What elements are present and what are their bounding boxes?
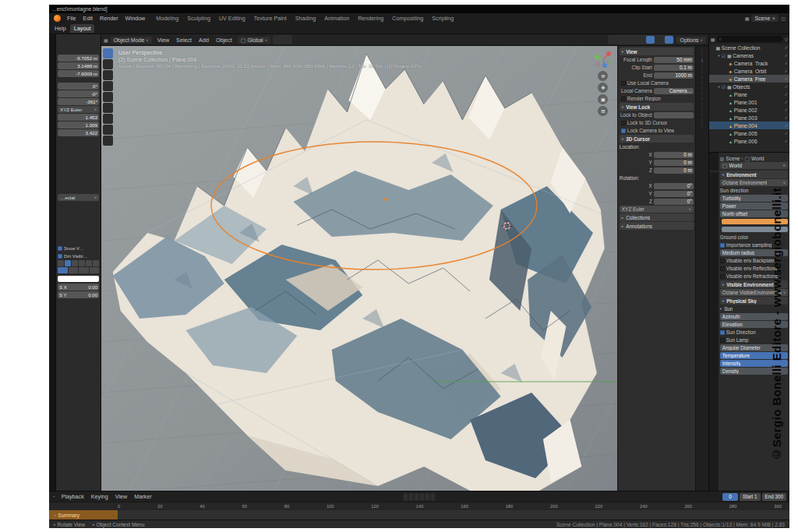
rotate-tool[interactable] [103,81,113,91]
property-row[interactable]: Medium radius ∨ [720,249,788,256]
transform-field[interactable]: 3.1488 m ∨ [58,62,99,69]
outliner-row[interactable]: ☑ Plane.006 ✓ [709,137,789,145]
sidebar-row[interactable]: Clip Start 0.1 m ∨ [620,64,694,71]
gizmo-toggle-icon[interactable] [609,36,617,44]
snap-magnet-icon[interactable] [274,36,282,44]
property-row[interactable]: Sun Direction ∨ [720,329,788,336]
unlink-icon[interactable]: ✕ [772,16,775,21]
tab-view-layer-icon[interactable] [709,164,719,166]
sidebar-tab[interactable] [701,53,703,58]
sidebar-row[interactable]: Rotation: ∨ [620,174,694,181]
property-row[interactable]: Visible Environment ∨ [720,280,788,288]
sidebar-row[interactable]: X 0° ∨ [620,182,694,189]
workspace-tab[interactable]: Modeling [152,14,182,23]
app-menu-item[interactable]: Window [122,15,149,22]
selectability-icon[interactable]: ✓ [784,92,789,97]
layer-button[interactable] [86,260,92,266]
checkbox-icon[interactable] [720,338,725,343]
sidebar-tab[interactable] [701,75,703,79]
current-frame-field[interactable]: 0 [722,493,738,501]
selectability-icon[interactable]: ✓ [784,84,789,89]
jump-end-button[interactable] [431,493,436,501]
app-menu-item[interactable]: Help [51,25,69,32]
workspace-tab[interactable]: Scripting [428,14,457,23]
tab-data-icon[interactable] [709,189,719,191]
unlink-icon[interactable]: ✕ [782,164,786,167]
selectability-icon[interactable]: ✓ [784,123,789,128]
ortho-grid-icon[interactable]: ⊞ [598,106,608,116]
disclosure-icon[interactable]: ▾ [717,85,721,89]
sidebar-row[interactable]: View Lock ∨ [620,103,694,111]
sidebar-row[interactable]: Lock Camera to View ∨ [620,127,694,134]
pan-hand-icon[interactable]: ❖ [598,83,608,93]
sidebar-row[interactable]: Local Camera Camera… ∨ [620,87,694,94]
sidebar-tab[interactable] [701,86,703,90]
layer-button[interactable] [65,260,71,266]
shading-material-icon[interactable] [655,36,664,44]
property-row[interactable]: Temperature ∨ [720,352,788,359]
sidebar-row[interactable]: 3D Cursor ∨ [620,135,694,143]
scene-selector[interactable]: Scene ✕ [751,15,779,22]
workspace-tab[interactable]: UV Editing [215,14,249,23]
transform-field[interactable]: XYZ Euler ∨ [58,106,99,113]
selectability-icon[interactable]: ✓ [784,107,789,112]
sidebar-row[interactable]: Z 0° ∨ [620,198,694,205]
property-row[interactable]: North offset ∨ [720,210,788,217]
property-row[interactable]: Density ∨ [720,368,788,375]
measure-tool[interactable] [103,125,113,135]
tab-constraints-icon[interactable] [709,186,719,188]
property-row[interactable]: Intensity ∨ [720,360,788,367]
collection-checkbox-icon[interactable]: ☑ [722,53,726,58]
outliner-row[interactable]: ☑ Plane.004 ✓ [709,122,789,129]
transform-tool[interactable] [103,103,113,113]
sidebar-tab[interactable] [701,58,703,63]
transform-field[interactable]: -9.7052 m ∨ [58,55,99,62]
tab-physics-icon[interactable] [709,183,719,185]
camera-view-icon[interactable]: ▣ [598,94,608,104]
transform-field[interactable]: Snow V… ∨ [58,245,99,252]
disclosure-icon[interactable]: ▾ [717,54,721,58]
selectability-icon[interactable]: ✓ [784,61,789,65]
property-row[interactable]: Octane Environment ∨ [720,179,788,186]
checkbox-icon[interactable] [720,243,725,248]
tab-render-icon[interactable] [709,158,719,160]
jump-start-button[interactable] [404,493,408,501]
shading-wireframe-icon[interactable] [637,36,645,44]
outliner-row[interactable]: ☑ Camera_Free ✓ [709,75,789,83]
viewport-menu-item[interactable]: Add [196,37,212,44]
filter-icon[interactable]: ▽ [784,37,788,42]
property-row[interactable]: Importance sampling ∨ [720,241,788,248]
outliner-row[interactable]: ▾ ☑ Objects ✓ [709,83,789,90]
layer-button[interactable] [90,267,100,273]
annotate-tool[interactable] [103,114,113,124]
sidebar-row[interactable]: Use Local Camera ∨ [620,79,694,86]
property-row[interactable]: Angular Diameter ∨ [720,344,788,351]
window-titlebar[interactable]: ...enci\montagne.blend] [49,5,789,13]
outliner-search-input[interactable]: ○ [717,36,783,42]
overlays-toggle-icon[interactable] [618,36,627,44]
selectability-icon[interactable]: ✓ [784,139,789,143]
checkbox-icon[interactable] [58,254,62,259]
app-menu-item[interactable]: Edit [80,15,96,22]
layer-button[interactable] [72,260,78,266]
sidebar-tab[interactable] [701,102,703,107]
transform-field[interactable]: …ectal ∨ [58,194,99,201]
sidebar-tab[interactable] [701,107,703,112]
transform-field[interactable]: 1.009 ∨ [58,122,99,129]
checkbox-icon[interactable] [720,330,725,335]
property-row[interactable]: Environment ∨ [720,171,788,178]
sidebar-tab[interactable] [701,48,703,52]
tab-world-icon[interactable] [709,171,719,172]
checkbox-icon[interactable] [720,266,725,271]
collection-checkbox-icon[interactable]: ☑ [722,84,726,90]
viewport-menu-item[interactable]: Select [173,37,195,44]
next-keyframe-button[interactable] [425,493,430,501]
view-layer-icon[interactable]: ◫ [781,16,786,21]
sidebar-tab[interactable] [701,124,703,129]
play-button[interactable] [420,493,425,501]
property-row[interactable]: Visable env Refractions ∨ [720,273,788,280]
sidebar-row[interactable]: Collections ∨ [620,213,694,221]
transform-field[interactable]: ∨ [58,78,99,82]
sidebar-row[interactable]: Render Region ∨ [620,95,694,102]
workspace-tab-active[interactable]: Layout [70,24,95,33]
